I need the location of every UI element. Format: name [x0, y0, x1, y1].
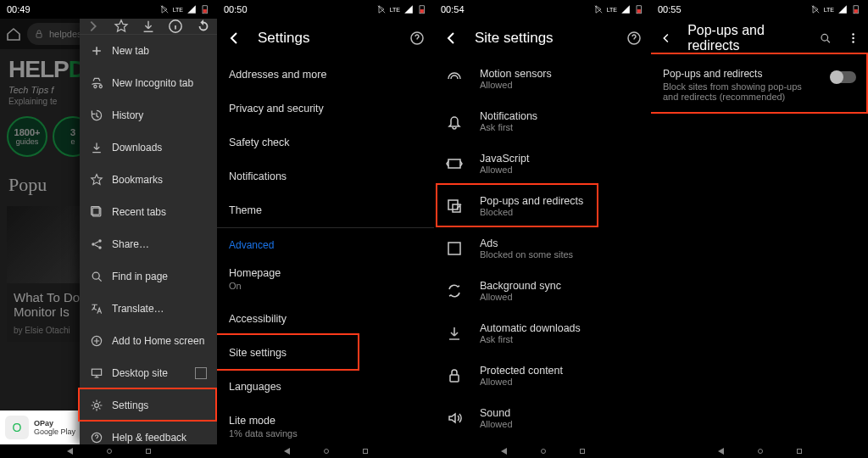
nav-recents-icon[interactable]: [580, 449, 585, 454]
info-icon[interactable]: [168, 19, 183, 34]
menu-item-find-in-page[interactable]: Find in page: [80, 260, 217, 293]
desktop-checkbox[interactable]: [195, 367, 207, 379]
nav-back-icon[interactable]: [501, 448, 507, 455]
nav-recents-icon[interactable]: [797, 449, 802, 454]
android-navbar[interactable]: [0, 444, 217, 458]
popups-toggle[interactable]: [831, 71, 856, 83]
menu-item-new-incognito-tab[interactable]: New Incognito tab: [80, 67, 217, 99]
menu-item-add-to-home-screen[interactable]: Add to Home screen: [80, 325, 217, 357]
search-icon: [90, 270, 103, 283]
panel-settings: 00:50 LTE Settings Addresses and morePri…: [217, 0, 434, 458]
site-setting-pop-ups-and-redirects[interactable]: Pop-ups and redirectsBlocked: [434, 185, 651, 227]
download-icon: [90, 141, 103, 154]
star-icon: [90, 173, 103, 187]
menu-item-new-tab[interactable]: New tab: [80, 35, 217, 67]
nav-back-icon[interactable]: [284, 448, 290, 455]
panel-popups-redirects: 00:55 LTE Pop-ups and redirects Pop-ups …: [651, 0, 868, 458]
nav-home-icon[interactable]: [324, 449, 329, 454]
desktop-icon: [90, 366, 103, 380]
back-icon[interactable]: [659, 30, 672, 47]
plus-icon: [90, 44, 103, 58]
site-settings-header: Site settings: [434, 19, 651, 58]
help-icon[interactable]: [626, 30, 643, 47]
site-setting-ads[interactable]: AdsBlocked on some sites: [434, 227, 651, 270]
site-setting-notifications[interactable]: NotificationsAsk first: [434, 100, 651, 142]
settings-item-languages[interactable]: Languages: [217, 370, 434, 404]
clock: 00:49: [7, 4, 159, 14]
svg-rect-30: [854, 9, 858, 13]
search-icon[interactable]: [819, 30, 832, 47]
settings-item-accessibility[interactable]: Accessibility: [217, 302, 434, 336]
bell-icon: [446, 113, 463, 130]
menu-item-bookmarks[interactable]: Bookmarks: [80, 164, 217, 196]
back-icon[interactable]: [442, 30, 459, 47]
forward-icon[interactable]: [86, 19, 101, 34]
settings-item-notifications[interactable]: Notifications: [217, 159, 434, 193]
ads-icon: [446, 240, 463, 257]
settings-item-theme[interactable]: Theme: [217, 193, 434, 227]
settings-item-safety-check[interactable]: Safety check: [217, 126, 434, 159]
more-icon[interactable]: [847, 30, 860, 47]
menu-item-downloads[interactable]: Downloads: [80, 131, 217, 164]
status-icons: LTE: [159, 4, 210, 14]
site-setting-protected-content[interactable]: Protected contentAllowed: [434, 355, 651, 397]
settings-item-homepage[interactable]: HomepageOn: [217, 256, 434, 302]
site-settings-list: Motion sensorsAllowedNotificationsAsk fi…: [434, 58, 651, 458]
back-icon[interactable]: [225, 30, 242, 47]
site-settings-title: Site settings: [475, 30, 554, 47]
status-bar: 00:50 LTE: [217, 0, 434, 19]
popups-row-sub: Block sites from showing pop-ups and red…: [663, 81, 819, 102]
sync-icon: [446, 282, 463, 299]
settings-item-addresses-and-more[interactable]: Addresses and more: [217, 58, 434, 92]
status-bar: 00:54 LTE: [434, 0, 651, 19]
menu-item-translate-[interactable]: Translate…: [80, 293, 217, 325]
download-icon[interactable]: [141, 19, 156, 34]
star-icon[interactable]: [114, 19, 129, 34]
recent-icon: [90, 205, 103, 219]
android-navbar[interactable]: [651, 444, 868, 458]
nav-home-icon[interactable]: [107, 449, 112, 454]
nav-recents-icon[interactable]: [363, 449, 368, 454]
menu-item-settings[interactable]: Settings: [80, 389, 217, 422]
site-setting-motion-sensors[interactable]: Motion sensorsAllowed: [434, 58, 651, 100]
menu-item-share-[interactable]: Share…: [80, 228, 217, 260]
site-setting-javascript[interactable]: JavaScriptAllowed: [434, 142, 651, 185]
nav-recents-icon[interactable]: [146, 449, 151, 454]
help-icon: [90, 431, 103, 444]
download-icon: [446, 325, 463, 342]
clock: 00:55: [658, 4, 810, 14]
settings-item-privacy-and-security[interactable]: Privacy and security: [217, 92, 434, 126]
popups-toggle-row[interactable]: Pop-ups and redirects Block sites from s…: [651, 58, 868, 112]
panel-site-settings: 00:54 LTE Site settings Motion sensorsAl…: [434, 0, 651, 458]
chrome-overflow-menu: New tabNew Incognito tabHistoryDownloads…: [80, 19, 217, 444]
android-navbar[interactable]: [217, 444, 434, 458]
nav-back-icon[interactable]: [67, 448, 73, 455]
status-bar: 00:55 LTE: [651, 0, 868, 19]
menu-item-history[interactable]: History: [80, 99, 217, 131]
site-setting-automatic-downloads[interactable]: Automatic downloadsAsk first: [434, 312, 651, 355]
section-advanced: Advanced: [217, 228, 434, 256]
popup-icon: [446, 198, 463, 215]
status-icons: LTE: [593, 4, 644, 14]
stat-circle: 1800+guides: [7, 116, 47, 157]
share-icon: [90, 237, 103, 251]
home-icon[interactable]: [5, 25, 22, 42]
nav-home-icon[interactable]: [541, 449, 546, 454]
sound-icon: [446, 410, 463, 427]
site-setting-background-sync[interactable]: Background syncAllowed: [434, 270, 651, 312]
clock: 00:50: [224, 4, 376, 14]
nav-back-icon[interactable]: [718, 448, 724, 455]
android-navbar[interactable]: [434, 444, 651, 458]
ad-app-icon: O: [5, 416, 29, 439]
settings-item-site-settings[interactable]: Site settings: [217, 336, 434, 370]
settings-title: Settings: [258, 30, 309, 47]
refresh-icon[interactable]: [196, 19, 211, 34]
svg-rect-28: [637, 9, 641, 13]
js-icon: [446, 155, 463, 172]
site-setting-sound[interactable]: SoundAllowed: [434, 397, 651, 439]
help-icon[interactable]: [409, 30, 426, 47]
nav-home-icon[interactable]: [758, 449, 763, 454]
menu-item-recent-tabs[interactable]: Recent tabs: [80, 196, 217, 228]
menu-item-desktop-site[interactable]: Desktop site: [80, 357, 217, 389]
settings-item-lite-mode[interactable]: Lite mode1% data savings: [217, 404, 434, 450]
